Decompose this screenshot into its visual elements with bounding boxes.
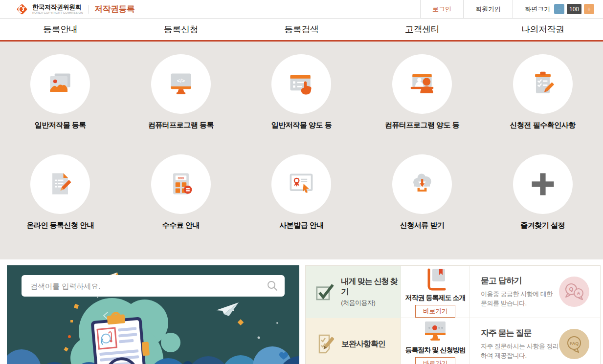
tile-fee-guide[interactable]: 000 수수료 안내 <box>121 154 242 230</box>
faq-desc: 자주 질문하시는 사항을 정리하여 제공합니다. <box>481 342 559 361</box>
qna-link[interactable]: 묻고 답하기 이용중 궁금한 사항에 대한 문의를 받습니다. Q A <box>470 266 600 318</box>
font-size-decrease-button[interactable]: − <box>554 4 564 14</box>
tile-label: 일반저작물 양도 등 <box>271 121 332 130</box>
tile-download-forms[interactable]: 신청서류 받기 <box>362 154 483 230</box>
nav-item-registration-guide[interactable]: 등록안내 <box>0 19 121 40</box>
qa-bubbles-icon: Q A <box>563 281 585 302</box>
tile-label: 사본발급 안내 <box>279 221 324 230</box>
document-pencil-icon <box>45 170 75 199</box>
brand[interactable]: 한국저작권위원회 KOREA COPYRIGHT COMMISSION 저작권등… <box>16 3 135 16</box>
tile-general-work-register[interactable]: 일반저작물 등록 <box>0 54 121 130</box>
procedure-link[interactable]: 등록절차 및 신청방법 바로가기 <box>401 318 470 364</box>
search-icon[interactable] <box>267 280 278 291</box>
clipboard-pencil-icon <box>528 69 558 99</box>
quick-links-panel: 내게 맞는 신청 찾기 (처음이용자) 저작권 등록제도 소개 바로가기 묻고 … <box>305 265 601 364</box>
faq-bubble-icon: FAQ <box>563 333 585 355</box>
tile-program-transfer[interactable]: 컴퓨터프로그램 양도 등 <box>362 54 483 130</box>
search-input[interactable] <box>22 275 285 297</box>
code-monitor-icon: </> <box>166 69 196 99</box>
svg-text:A: A <box>577 291 581 296</box>
screen-size-value: 100 <box>567 4 581 14</box>
font-size-increase-button[interactable]: + <box>584 4 594 14</box>
faq-badge: FAQ <box>559 329 589 359</box>
nav-item-registration-apply[interactable]: 등록신청 <box>121 19 242 40</box>
supplement-check-link[interactable]: 보완사항확인 <box>306 318 401 364</box>
tile-label: 즐겨찾기 설정 <box>520 221 565 230</box>
tile-program-register[interactable]: </> 컴퓨터프로그램 등록 <box>121 54 242 130</box>
faq-link[interactable]: 자주 묻는 질문 자주 질문하시는 사항을 정리하여 제공합니다. FAQ <box>470 318 600 364</box>
find-application-title: 내게 맞는 신청 찾기 <box>341 277 401 297</box>
procedure-go-button[interactable]: 바로가기 <box>415 357 455 364</box>
screen-size-label: 화면크기 <box>525 5 550 14</box>
page: 한국저작권위원회 KOREA COPYRIGHT COMMISSION 저작권등… <box>0 0 603 364</box>
header: 한국저작권위원회 KOREA COPYRIGHT COMMISSION 저작권등… <box>0 0 603 19</box>
registration-system-intro-link[interactable]: 저작권 등록제도 소개 바로가기 <box>401 266 470 318</box>
tile-pre-check[interactable]: 신청전 필수확인사항 <box>482 54 603 130</box>
nav-item-my-copyright[interactable]: 나의저작권 <box>482 19 603 40</box>
form-hand-icon <box>287 69 316 99</box>
qna-desc: 이용중 궁금한 사항에 대한 문의를 받습니다. <box>481 290 559 308</box>
checklist-pencil-icon <box>315 333 335 355</box>
nav-item-customer-center[interactable]: 고객센터 <box>362 19 483 40</box>
signup-link[interactable]: 회원가입 <box>463 0 513 19</box>
monitor-dots-icon <box>422 318 449 343</box>
tile-label: 온라인 등록신청 안내 <box>26 221 94 230</box>
plus-icon <box>528 170 558 199</box>
kcc-logo-icon <box>16 3 28 16</box>
site-title[interactable]: 저작권등록 <box>94 3 135 15</box>
cloud-download-icon <box>407 170 437 199</box>
search-box <box>22 275 285 297</box>
calculator-icon: 000 <box>166 170 196 199</box>
tile-general-work-transfer[interactable]: 일반저작물 양도 등 <box>241 54 362 130</box>
find-application-link[interactable]: 내게 맞는 신청 찾기 (처음이용자) <box>306 266 401 318</box>
faq-title: 자주 묻는 질문 <box>481 327 559 339</box>
tile-label: 신청전 필수확인사항 <box>510 121 576 130</box>
find-application-subtitle: (처음이용자) <box>341 299 401 307</box>
certificate-cursor-icon <box>287 170 316 199</box>
tile-label: 컴퓨터프로그램 등록 <box>148 121 214 130</box>
quick-menu-grid: 일반저작물 등록 </> 컴퓨터프로그램 등록 <box>0 42 603 259</box>
procedure-title: 등록절차 및 신청방법 <box>405 346 466 355</box>
intro-go-button[interactable]: 바로가기 <box>415 305 455 318</box>
org-name-en: KOREA COPYRIGHT COMMISSION <box>32 11 83 14</box>
tile-favorites[interactable]: 즐겨찾기 설정 <box>482 154 603 230</box>
login-link[interactable]: 로그인 <box>420 0 463 19</box>
org-name: 한국저작권위원회 <box>32 4 83 10</box>
svg-text:</>: </> <box>177 78 185 84</box>
brand-divider <box>88 5 89 14</box>
bottom-section: 내게 맞는 신청 찾기 (처음이용자) 저작권 등록제도 소개 바로가기 묻고 … <box>0 265 603 364</box>
checkbox-check-icon <box>315 282 335 302</box>
book-icon <box>422 266 449 291</box>
laptop-people-icon <box>407 69 437 99</box>
registration-system-intro-title: 저작권 등록제도 소개 <box>405 294 466 302</box>
screen-size-control: 화면크기 − 100 + <box>513 0 603 19</box>
svg-text:FAQ: FAQ <box>570 341 579 346</box>
nav-item-registration-search[interactable]: 등록검색 <box>241 19 362 40</box>
tile-label: 컴퓨터프로그램 양도 등 <box>385 121 459 130</box>
tile-copy-issue-guide[interactable]: 사본발급 안내 <box>241 154 362 230</box>
svg-text:000: 000 <box>178 176 184 180</box>
qna-title: 묻고 답하기 <box>481 275 559 286</box>
tile-label: 신청서류 받기 <box>400 221 445 230</box>
svg-text:Q: Q <box>569 286 574 292</box>
supplement-check-title: 보완사항확인 <box>341 339 385 349</box>
qna-badge: Q A <box>559 277 589 307</box>
search-panel <box>7 265 299 364</box>
tile-label: 일반저작물 등록 <box>35 121 86 130</box>
tile-label: 수수료 안내 <box>162 221 200 230</box>
image-stack-icon <box>45 69 75 99</box>
header-utility: 로그인 회원가입 화면크기 − 100 + <box>420 0 603 19</box>
tile-online-guide[interactable]: 온라인 등록신청 안내 <box>0 154 121 230</box>
main-nav: 등록안내 등록신청 등록검색 고객센터 나의저작권 <box>0 19 603 42</box>
